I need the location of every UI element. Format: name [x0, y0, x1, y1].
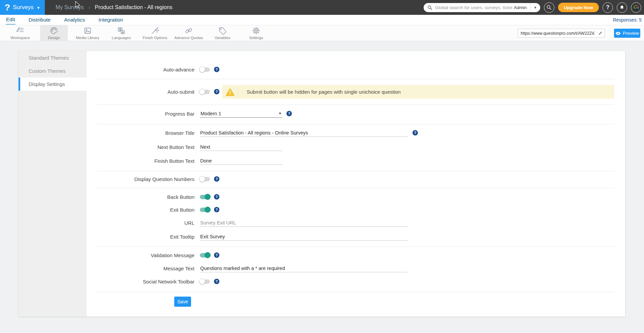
help-icon[interactable]: ? [214, 67, 219, 72]
responses-count[interactable]: Responses: 5 [613, 17, 642, 23]
finish-button-text-row: Finish Button Text [87, 156, 282, 166]
breadcrumb-separator-icon: › [89, 5, 90, 10]
exit-url-input[interactable] [200, 219, 408, 227]
toolbar-item-languages[interactable]: Languages [104, 25, 138, 41]
topbar-right-cluster: Admin ▼ Upgrade Now ? [424, 0, 641, 15]
display-question-numbers-toggle[interactable] [200, 177, 210, 181]
preview-button[interactable]: Preview [614, 29, 640, 38]
help-icon[interactable]: ? [214, 207, 219, 212]
browser-title-label: Browser Title [87, 130, 194, 136]
tab-analytics[interactable]: Analytics [64, 16, 85, 24]
save-button[interactable]: Save [174, 297, 191, 307]
help-icon[interactable]: ? [214, 194, 219, 200]
back-button-label: Back Button [87, 194, 194, 200]
pencil-icon [598, 31, 603, 35]
help-icon[interactable]: ? [412, 130, 418, 135]
toolbar-item-label: Finish Options [143, 36, 167, 40]
survey-nav-tabs: Edit Distribute Analytics Integration Re… [0, 15, 644, 25]
toolbar-item-advance-quotas[interactable]: Advance Quotas [172, 25, 206, 41]
exit-tooltip-row: Exit Tooltip [87, 232, 408, 242]
variables-icon [218, 26, 227, 35]
toolbar-item-finish-options[interactable]: Finish Options [138, 25, 172, 41]
media-library-icon [83, 26, 92, 35]
help-icon[interactable]: ? [214, 279, 219, 284]
warning-icon-cell [222, 85, 238, 99]
upgrade-now-button[interactable]: Upgrade Now [558, 3, 599, 12]
help-icon[interactable]: ? [214, 176, 219, 182]
tab-distribute[interactable]: Distribute [28, 16, 51, 24]
tab-edit[interactable]: Edit [6, 15, 16, 25]
search-icon [427, 5, 432, 10]
section-divider [97, 79, 614, 79]
global-search-input[interactable] [435, 5, 513, 10]
back-button-toggle[interactable] [200, 195, 210, 199]
search-button[interactable] [544, 2, 554, 13]
toolbar-item-workspace[interactable]: Workspace [3, 25, 37, 41]
progress-bar-value: Modern 1 [201, 111, 221, 116]
toggle-knob [199, 89, 205, 95]
breadcrumb: My Surveys › Product Satisfaction - All … [56, 4, 173, 10]
auto-advance-toggle[interactable] [200, 67, 210, 72]
progress-bar-select[interactable]: Modern 1 ▼ [200, 110, 282, 118]
toolbar-item-settings[interactable]: Settings [239, 25, 273, 41]
toolbar-item-media-library[interactable]: Media Library [71, 25, 104, 41]
toggle-knob [205, 194, 211, 200]
sidebar-item-standard-themes[interactable]: Standard Themes [19, 51, 87, 64]
help-icon[interactable]: ? [214, 89, 219, 94]
exit-button-label: Exit Button [87, 207, 194, 213]
breadcrumb-my-surveys[interactable]: My Surveys [56, 4, 84, 10]
finish-button-text-input[interactable] [200, 157, 282, 165]
toggle-knob [205, 252, 211, 258]
toolbar-item-label: Design [48, 36, 60, 40]
edit-url-button[interactable] [596, 31, 605, 35]
logo-label: Surveys [13, 4, 33, 11]
section-divider [97, 246, 614, 247]
validation-message-toggle[interactable] [200, 253, 210, 258]
message-text-label: Message Text [87, 266, 194, 271]
toolbar-item-variables[interactable]: Variables [206, 25, 239, 41]
auto-advance-row: Auto-advance ? [87, 64, 219, 74]
exit-button-toggle[interactable] [200, 208, 210, 212]
topbar: ? Surveys ▼ My Surveys › Product Satisfa… [0, 0, 644, 15]
progress-bar-row: Progress Bar Modern 1 ▼ ? [87, 109, 292, 119]
warning-message: Submit button will be hidden for pages w… [238, 85, 401, 99]
help-button[interactable]: ? [603, 2, 613, 13]
sidebar-item-custom-themes[interactable]: Custom Themes [19, 64, 87, 78]
warning-triangle-icon [226, 88, 235, 96]
display-question-numbers-label: Display Question Numbers [87, 176, 194, 182]
help-icon[interactable]: ? [286, 111, 292, 116]
finish-button-text-label: Finish Button Text [87, 158, 194, 164]
toggle-knob [199, 278, 205, 284]
app-logo-menu[interactable]: ? Surveys ▼ [0, 0, 45, 15]
section-divider [97, 171, 614, 171]
notifications-button[interactable] [617, 2, 627, 13]
avatar-logo-icon [633, 4, 640, 11]
tab-integration[interactable]: Integration [98, 16, 123, 24]
auto-submit-label: Auto-submit [87, 89, 194, 95]
auto-submit-toggle[interactable] [200, 90, 210, 94]
user-avatar[interactable] [631, 2, 641, 13]
auto-advance-label: Auto-advance [87, 67, 194, 72]
sidebar-item-display-settings[interactable]: Display Settings [19, 78, 87, 91]
questionpro-logo-icon: ? [4, 3, 10, 12]
help-icon[interactable]: ? [214, 252, 219, 258]
browser-title-input[interactable] [200, 129, 408, 137]
search-scope-dropdown[interactable]: ▼ [530, 3, 540, 12]
toolbar-item-label: Languages [112, 36, 131, 40]
global-search[interactable]: Admin ▼ [424, 3, 540, 12]
message-text-input[interactable] [200, 265, 408, 272]
display-question-numbers-row: Display Question Numbers ? [87, 174, 219, 184]
toolbar-item-design[interactable]: Design [40, 25, 68, 41]
eye-icon [615, 31, 621, 35]
social-network-toolbar-toggle[interactable] [200, 279, 210, 284]
exit-tooltip-input[interactable] [200, 233, 408, 241]
survey-url-input[interactable] [518, 31, 596, 36]
exit-tooltip-label: Exit Tooltip [87, 234, 194, 240]
validation-message-row: Validation Message ? [87, 250, 219, 260]
validation-message-label: Validation Message [87, 252, 194, 258]
next-button-text-input[interactable] [200, 143, 282, 151]
social-network-toolbar-label: Social Network Toolbar [87, 279, 194, 284]
back-button-row: Back Button ? [87, 192, 219, 202]
section-divider [97, 188, 614, 188]
browser-title-row: Browser Title ? [87, 128, 418, 138]
